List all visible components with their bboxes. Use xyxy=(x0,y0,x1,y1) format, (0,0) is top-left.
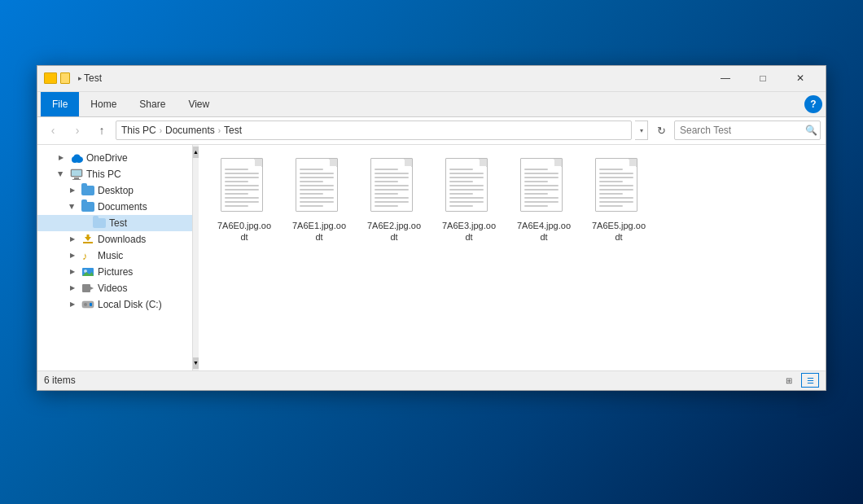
expand-arrow-local-disk: ▶ xyxy=(67,299,78,310)
forward-button[interactable]: › xyxy=(67,120,88,141)
item-count: 6 items xyxy=(44,375,76,386)
music-icon: ♪ xyxy=(81,250,94,261)
file-icon xyxy=(296,158,343,215)
title-arrow: ▸ xyxy=(78,74,82,82)
svg-rect-6 xyxy=(72,179,81,180)
svg-text:♪: ♪ xyxy=(82,250,88,261)
file-item[interactable]: 7A6E5.jpg.oodt xyxy=(586,155,651,247)
minimize-button[interactable]: — xyxy=(707,65,744,91)
svg-rect-4 xyxy=(72,170,81,176)
view-controls: ⊞ ☰ xyxy=(780,373,819,388)
expand-arrow-downloads: ▶ xyxy=(67,234,78,245)
sidebar-label-pictures: Pictures xyxy=(98,266,133,278)
ribbon: File Home Share View ? xyxy=(37,92,826,117)
svg-rect-8 xyxy=(87,234,90,238)
file-item[interactable]: 7A6E0.jpg.oodt xyxy=(212,155,277,247)
file-name: 7A6E0.jpg.oodt xyxy=(215,220,274,243)
title-controls: — □ ✕ xyxy=(707,65,819,91)
address-path[interactable]: This PC › Documents › Test xyxy=(116,121,632,140)
sidebar-container: ▶ OneDrive ▶ This PC ▶ xyxy=(37,145,199,370)
address-dropdown[interactable]: ▾ xyxy=(635,121,648,140)
tab-file[interactable]: File xyxy=(41,92,79,116)
expand-arrow-videos: ▶ xyxy=(67,283,78,294)
tab-share[interactable]: Share xyxy=(128,92,177,116)
path-test[interactable]: Test xyxy=(224,125,242,136)
tab-home[interactable]: Home xyxy=(79,92,128,116)
search-box: 🔍 xyxy=(674,121,821,140)
file-explorer-window: ▸ Test — □ ✕ File Home Share View ? ‹ › … xyxy=(37,65,826,391)
pc-icon xyxy=(70,169,83,180)
back-button[interactable]: ‹ xyxy=(42,120,64,141)
expand-arrow-music: ▶ xyxy=(67,250,78,261)
title-bar: ▸ Test — □ ✕ xyxy=(37,66,826,92)
file-name: 7A6E3.jpg.oodt xyxy=(440,220,498,243)
expand-arrow-documents: ▶ xyxy=(67,201,78,213)
desktop-folder-icon xyxy=(81,185,94,196)
sidebar-item-pictures[interactable]: ▶ Pictures xyxy=(37,264,192,280)
svg-point-18 xyxy=(84,303,87,306)
sidebar-label-videos: Videos xyxy=(98,283,127,294)
sidebar-label-local-disk: Local Disk (C:) xyxy=(98,299,162,310)
address-bar: ‹ › ↑ This PC › Documents › Test ▾ ↻ 🔍 xyxy=(37,117,826,145)
refresh-button[interactable]: ↻ xyxy=(651,121,671,140)
status-bar: 6 items ⊞ ☰ xyxy=(37,370,826,390)
view-list-button[interactable]: ☰ xyxy=(801,373,819,388)
sidebar-item-videos[interactable]: ▶ Videos xyxy=(37,280,192,296)
svg-rect-17 xyxy=(90,303,92,306)
sidebar-item-documents[interactable]: ▶ Documents xyxy=(37,199,192,215)
test-folder-icon xyxy=(93,217,106,229)
sidebar-item-local-disk[interactable]: ▶ Local Disk (C:) xyxy=(37,296,192,313)
ribbon-tabs: File Home Share View ? xyxy=(37,92,826,116)
window-title: Test xyxy=(84,72,707,84)
file-name: 7A6E5.jpg.oodt xyxy=(589,220,648,243)
sidebar-item-test[interactable]: ▶ Test xyxy=(37,215,192,231)
help-button[interactable]: ? xyxy=(804,95,822,113)
file-icon xyxy=(445,158,493,215)
file-name: 7A6E2.jpg.oodt xyxy=(365,220,423,243)
onedrive-icon xyxy=(70,152,83,164)
content-area: 7A6E0.jpg.oodt 7A6E1.jpg.oodt 7A6E2.jpg.… xyxy=(199,145,826,370)
path-sep-2: › xyxy=(218,126,221,135)
maximize-button[interactable]: □ xyxy=(744,65,782,91)
title-bar-icon xyxy=(44,72,70,84)
folder-icon-small xyxy=(44,72,57,84)
up-button[interactable]: ↑ xyxy=(91,120,112,141)
expand-arrow-onedrive: ▶ xyxy=(55,152,67,164)
sidebar-item-downloads[interactable]: ▶ Downloads xyxy=(37,231,192,248)
path-sep-1: › xyxy=(160,126,162,135)
close-button[interactable]: ✕ xyxy=(782,65,819,91)
path-this-pc[interactable]: This PC xyxy=(121,125,156,136)
sidebar-item-onedrive[interactable]: ▶ OneDrive xyxy=(37,150,192,166)
sidebar-label-onedrive: OneDrive xyxy=(86,152,128,164)
file-item[interactable]: 7A6E1.jpg.oodt xyxy=(287,155,352,247)
search-input[interactable] xyxy=(680,125,802,136)
search-icon[interactable]: 🔍 xyxy=(805,125,817,136)
file-item[interactable]: 7A6E3.jpg.oodt xyxy=(436,155,502,247)
expand-arrow-this-pc: ▶ xyxy=(55,169,67,180)
sidebar-scrollbar: ▲ ▼ xyxy=(192,145,199,370)
sidebar-label-this-pc: This PC xyxy=(86,169,121,180)
sidebar-item-desktop[interactable]: ▶ Desktop xyxy=(37,182,192,199)
sidebar-item-this-pc[interactable]: ▶ This PC xyxy=(37,166,192,182)
svg-rect-5 xyxy=(74,177,79,179)
main-area: ▶ OneDrive ▶ This PC ▶ xyxy=(37,145,826,370)
svg-rect-9 xyxy=(83,242,93,243)
sidebar-item-music[interactable]: ▶ ♪ Music xyxy=(37,248,192,264)
expand-arrow-pictures: ▶ xyxy=(67,266,78,278)
file-icon xyxy=(595,158,642,215)
sidebar-label-desktop: Desktop xyxy=(98,185,134,196)
view-grid-button[interactable]: ⊞ xyxy=(780,373,798,388)
path-documents[interactable]: Documents xyxy=(165,125,215,136)
documents-folder-icon xyxy=(81,201,94,213)
file-name: 7A6E1.jpg.oodt xyxy=(290,220,348,243)
file-icon xyxy=(221,158,268,215)
tab-view[interactable]: View xyxy=(177,92,221,116)
file-item[interactable]: 7A6E4.jpg.oodt xyxy=(511,155,576,247)
file-item[interactable]: 7A6E2.jpg.oodt xyxy=(361,155,427,247)
file-name: 7A6E4.jpg.oodt xyxy=(515,220,573,243)
sidebar-label-music: Music xyxy=(98,250,123,261)
sidebar: ▶ OneDrive ▶ This PC ▶ xyxy=(37,145,192,370)
sidebar-label-downloads: Downloads xyxy=(98,234,146,245)
file-icon xyxy=(370,158,418,215)
pictures-icon xyxy=(81,266,94,278)
